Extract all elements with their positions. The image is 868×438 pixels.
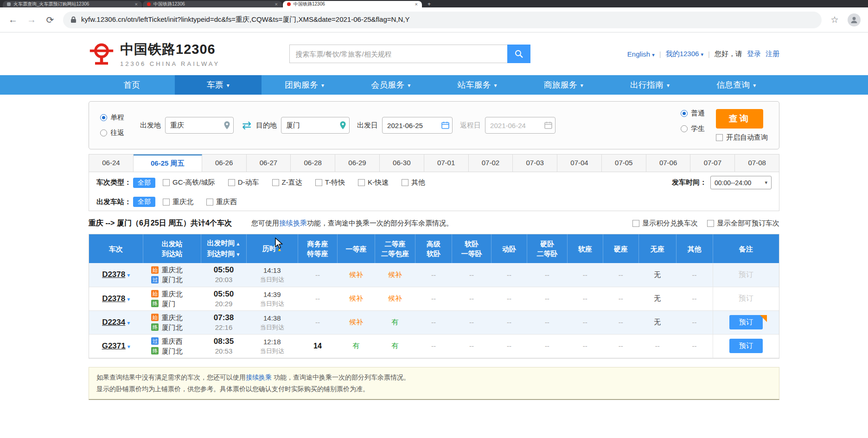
filter-option[interactable]: Z-直达 — [272, 178, 302, 187]
site-logo[interactable]: 中国铁路12306 12306 CHINA RAILWAY — [89, 40, 220, 67]
expand-train-icon[interactable]: ▾ — [127, 320, 130, 326]
date-tab-11[interactable]: 07-04 — [557, 155, 602, 172]
filter-option[interactable]: 其他 — [402, 178, 425, 187]
date-tab-10[interactable]: 07-03 — [513, 155, 557, 172]
date-tab-9[interactable]: 07-02 — [469, 155, 513, 172]
date-tab-5[interactable]: 06-28 — [291, 155, 335, 172]
column-header[interactable]: 动卧 — [491, 234, 527, 263]
column-header[interactable]: 其他 — [676, 234, 713, 263]
trip-oneway-radio[interactable]: 单程 — [100, 113, 124, 122]
language-select[interactable]: English ▾ — [627, 50, 655, 58]
filter-option[interactable]: GC-高铁/城际 — [163, 178, 215, 187]
site-search-input[interactable] — [289, 45, 507, 63]
column-header[interactable]: 车次 — [89, 234, 143, 263]
filter-option[interactable]: K-快速 — [358, 178, 389, 187]
browser-tab-3-active[interactable]: 中国铁路12306 × — [283, 1, 422, 7]
new-tab-button[interactable]: + — [423, 1, 435, 7]
seat-availability: 14 — [298, 334, 337, 358]
nav-item-2[interactable]: 车票▾ — [175, 75, 261, 95]
login-link[interactable]: 登录 — [747, 50, 761, 58]
address-bar[interactable]: kyfw.12306.cn/otn/leftTicket/init?linkty… — [63, 12, 822, 28]
expand-train-icon[interactable]: ▾ — [127, 272, 130, 278]
reload-button[interactable]: ⟳ — [45, 14, 56, 26]
date-tab-7[interactable]: 06-30 — [380, 155, 424, 172]
column-header[interactable]: 历时▲ — [246, 234, 298, 263]
date-tab-8[interactable]: 07-01 — [424, 155, 469, 172]
passenger-normal-radio[interactable]: 普通 — [681, 109, 705, 118]
nav-item-5[interactable]: 站车服务▾ — [434, 75, 520, 95]
date-tab-2[interactable]: 06-25 周五 — [134, 155, 202, 172]
location-pin-icon[interactable] — [339, 121, 346, 130]
column-header[interactable]: 商务座特等座 — [298, 234, 337, 263]
nav-item-4[interactable]: 会员服务▾ — [348, 75, 434, 95]
column-header[interactable]: 软卧一等卧 — [452, 234, 491, 263]
expand-train-icon[interactable]: ▾ — [128, 343, 130, 350]
depart-time-select[interactable]: 00:00--24:00▾ — [710, 176, 772, 189]
column-header[interactable]: 高级软卧 — [415, 234, 452, 263]
swap-stations-icon[interactable]: ⇄ — [242, 119, 251, 132]
book-button[interactable]: 预订 — [729, 315, 763, 329]
auto-query-checkbox[interactable]: 开启自动查询 — [716, 133, 768, 142]
forward-button[interactable]: → — [26, 14, 37, 25]
browser-tab-2[interactable]: 中国铁路12306 × — [143, 1, 282, 7]
date-tab-12[interactable]: 07-05 — [602, 155, 646, 172]
filter-option[interactable]: T-特快 — [315, 178, 345, 187]
arrive-station: 终厦门北 — [143, 346, 201, 356]
column-header[interactable]: 一等座 — [337, 234, 375, 263]
transfer-link[interactable]: 接续换乘 — [279, 219, 307, 227]
train-number-link[interactable]: G2371 — [102, 341, 126, 350]
filter-all-badge[interactable]: 全部 — [133, 178, 155, 188]
train-number-link[interactable]: D2378 — [102, 294, 125, 303]
bookmark-star-icon[interactable]: ☆ — [829, 14, 840, 25]
checkbox-icon — [228, 179, 235, 186]
location-pin-icon[interactable] — [223, 121, 230, 130]
filter-all-badge[interactable]: 全部 — [133, 197, 155, 207]
column-header[interactable]: 无座 — [638, 234, 676, 263]
column-header[interactable]: 备注 — [713, 234, 779, 263]
date-tab-6[interactable]: 06-29 — [335, 155, 380, 172]
transfer-link[interactable]: 接续换乘 — [246, 374, 272, 381]
column-header[interactable]: 硬座 — [603, 234, 638, 263]
seat-availability: 有 — [337, 334, 375, 358]
train-number-link[interactable]: D2234 — [102, 318, 125, 327]
query-button[interactable]: 查询 — [716, 109, 763, 129]
date-tab-13[interactable]: 07-06 — [646, 155, 691, 172]
profile-avatar[interactable] — [848, 13, 861, 26]
date-tab-4[interactable]: 06-27 — [247, 155, 291, 172]
site-search-button[interactable] — [507, 45, 530, 63]
date-tab-15[interactable]: 07-08 — [735, 155, 779, 172]
tab-close-icon[interactable]: × — [275, 1, 278, 7]
train-row: G2371▾过重庆西终厦门北08:3520:5312:18当日到达14有有---… — [89, 334, 779, 358]
filter-option[interactable]: 重庆北 — [163, 198, 193, 206]
column-header[interactable]: 出发时间▲到达时间▼ — [201, 234, 246, 263]
back-button[interactable]: ← — [7, 14, 19, 25]
nav-item-8[interactable]: 信息查询▾ — [693, 75, 779, 95]
filter-option[interactable]: 重庆西 — [206, 198, 237, 206]
column-header[interactable]: 二等座二等包座 — [375, 234, 415, 263]
nav-item-1[interactable]: 首页 — [89, 75, 175, 95]
book-button[interactable]: 预订 — [729, 339, 763, 353]
column-header[interactable]: 硬卧二等卧 — [527, 234, 567, 263]
trip-roundtrip-radio[interactable]: 往返 — [100, 129, 124, 137]
column-header[interactable]: 出发站到达站 — [143, 234, 201, 263]
filter-option[interactable]: D-动车 — [228, 178, 259, 187]
date-tab-3[interactable]: 06-26 — [202, 155, 247, 172]
passenger-student-radio[interactable]: 学生 — [681, 124, 705, 133]
filter-row-2: 出发车站：全部重庆北重庆西 — [89, 193, 779, 211]
date-tab-14[interactable]: 07-07 — [690, 155, 735, 172]
train-number-link[interactable]: D2378 — [102, 270, 125, 279]
show-points-checkbox[interactable]: 显示积分兑换车次 — [632, 219, 698, 228]
tab-close-icon[interactable]: × — [415, 1, 418, 7]
browser-tab-1[interactable]: 火车票查询_火车票预订购网站12306 × — [3, 1, 142, 7]
date-tab-1[interactable]: 06-24 — [89, 155, 134, 172]
nav-item-3[interactable]: 团购服务▾ — [262, 75, 348, 95]
tab-close-icon[interactable]: × — [135, 1, 138, 7]
column-header[interactable]: 软座 — [567, 234, 603, 263]
expand-train-icon[interactable]: ▾ — [127, 296, 130, 303]
my12306-menu[interactable]: 我的12306 ▾ — [666, 50, 703, 58]
show-all-bookable-checkbox[interactable]: 显示全部可预订车次 — [707, 219, 779, 228]
nav-item-6[interactable]: 商旅服务▾ — [520, 75, 606, 95]
register-link[interactable]: 注册 — [766, 50, 779, 58]
calendar-icon[interactable] — [441, 122, 449, 129]
nav-item-7[interactable]: 出行指南▾ — [607, 75, 693, 95]
